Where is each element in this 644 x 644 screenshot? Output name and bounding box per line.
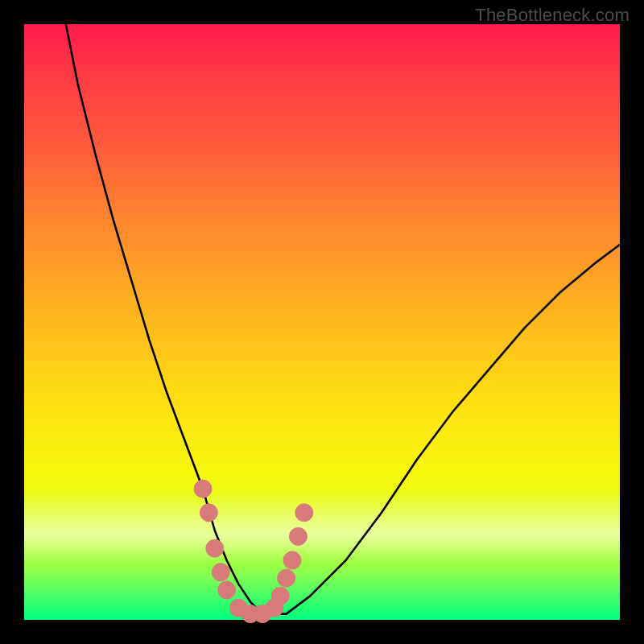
watermark-text: TheBottleneck.com (475, 5, 630, 26)
curve-layer (24, 24, 620, 620)
marker-group (194, 480, 313, 622)
marker-dot (289, 527, 307, 545)
bottleneck-curve (66, 24, 620, 614)
marker-dot (194, 480, 212, 497)
marker-dot (271, 587, 289, 605)
marker-dot (206, 539, 224, 557)
plot-area (24, 24, 620, 620)
marker-dot (218, 581, 236, 599)
marker-dot (278, 569, 295, 587)
marker-dot (212, 564, 229, 581)
marker-dot (295, 504, 313, 522)
chart-frame: TheBottleneck.com (0, 0, 644, 644)
marker-dot (283, 551, 301, 569)
marker-dot (200, 504, 217, 522)
